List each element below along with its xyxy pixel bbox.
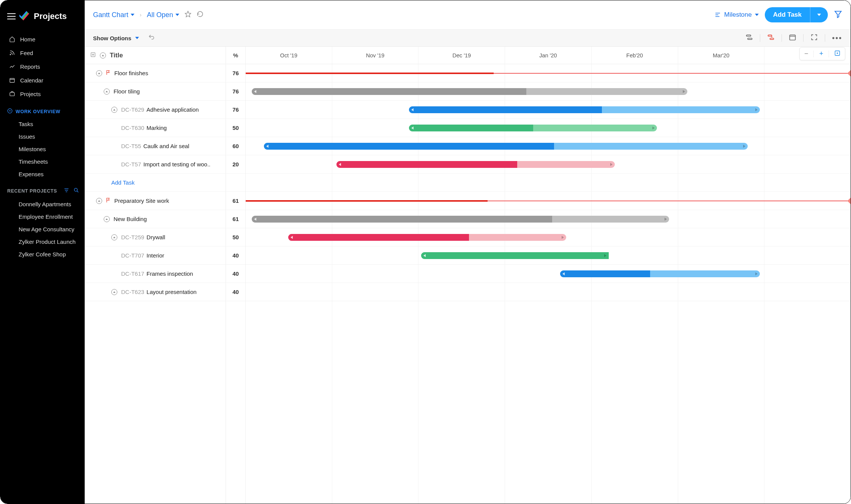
collapse-icon[interactable] (96, 70, 102, 76)
breadcrumb-separator: › (140, 12, 142, 18)
today-icon[interactable] (789, 33, 796, 43)
collapse-icon[interactable] (104, 216, 110, 222)
bar-handle-left[interactable] (411, 108, 414, 111)
gantt-bar[interactable] (560, 270, 760, 277)
bar-handle-right[interactable] (610, 163, 613, 166)
gantt-bar[interactable] (288, 234, 567, 241)
view-label: Gantt Chart (93, 11, 128, 19)
filter-icon[interactable] (834, 10, 842, 20)
zoom-out-button[interactable]: − (804, 50, 808, 58)
gantt-bar[interactable] (409, 125, 657, 131)
bar-handle-left[interactable] (266, 145, 268, 148)
hamburger-icon[interactable] (7, 13, 16, 19)
task-row[interactable]: New Building (85, 210, 226, 228)
bar-handle-left[interactable] (291, 236, 293, 239)
milestone-bar[interactable] (246, 201, 851, 201)
task-row[interactable]: DC-T55Caulk and Air seal (85, 137, 226, 155)
recent-project-item[interactable]: Zylker Cofee Shop (0, 248, 85, 261)
more-options-icon[interactable]: ••• (832, 34, 842, 43)
collapse-icon[interactable] (96, 198, 102, 204)
nav-timesheets[interactable]: Timesheets (0, 155, 85, 168)
add-task-inline[interactable]: Add Task (111, 179, 134, 186)
add-task-button[interactable]: Add Task (765, 7, 828, 22)
task-row[interactable]: DC-T57Import and testing of woo.. (85, 155, 226, 174)
task-row[interactable]: DC-T617Frames inspection (85, 265, 226, 283)
task-row[interactable]: Preparatory Site work (85, 192, 226, 210)
svg-point-4 (8, 109, 12, 113)
nav-projects[interactable]: Projects (0, 87, 85, 101)
collapse-icon[interactable] (111, 107, 117, 113)
zoom-fit-button[interactable] (834, 50, 840, 58)
gantt-bar[interactable] (252, 216, 669, 223)
recent-filter-icon[interactable] (63, 187, 69, 195)
task-row[interactable]: DC-T707Interior (85, 246, 226, 265)
reload-icon[interactable] (197, 11, 204, 19)
recent-project-item[interactable]: Donnelly Apartments (0, 198, 85, 210)
nav-feed[interactable]: Feed (0, 46, 85, 60)
add-column-icon[interactable] (90, 52, 96, 59)
fullscreen-icon[interactable] (810, 33, 818, 43)
nav-expenses[interactable]: Expenses (0, 168, 85, 180)
task-row[interactable]: Floor tiling (85, 82, 226, 101)
bar-handle-right[interactable] (652, 126, 655, 130)
gantt-bar[interactable] (264, 143, 748, 150)
gantt-bar[interactable] (409, 106, 760, 113)
bar-handle-right[interactable] (665, 218, 667, 221)
collapse-icon[interactable] (104, 88, 110, 95)
bar-handle-right[interactable] (743, 145, 745, 148)
bar-handle-left[interactable] (339, 163, 341, 166)
favorite-icon[interactable] (185, 11, 191, 19)
show-options-label: Show Options (93, 35, 131, 41)
bar-handle-left[interactable] (423, 254, 426, 257)
zoom-in-button[interactable]: + (819, 50, 823, 58)
recent-project-item[interactable]: Employee Enrollment (0, 210, 85, 223)
recent-project-item[interactable]: Zylker Product Launch (0, 235, 85, 248)
recent-search-icon[interactable] (73, 187, 79, 195)
task-row[interactable]: Add Task (85, 174, 226, 192)
bar-handle-right[interactable] (562, 236, 564, 239)
gantt-bar[interactable] (252, 88, 687, 95)
task-row[interactable]: DC-T623Layout presentation (85, 283, 226, 301)
undo-icon[interactable] (148, 34, 155, 42)
critical-path-icon[interactable] (767, 33, 775, 43)
nav-issues[interactable]: Issues (0, 130, 85, 143)
show-options-toggle[interactable]: Show Options (93, 35, 139, 41)
work-overview-header[interactable]: WORK OVERVIEW (0, 102, 85, 118)
bar-handle-right[interactable] (683, 90, 685, 93)
bar-handle-left[interactable] (254, 218, 256, 221)
chart-row (246, 155, 851, 174)
task-row[interactable]: DC-T630Marking (85, 119, 226, 137)
bar-handle-left[interactable] (254, 90, 256, 93)
task-row[interactable]: DC-T629Adhesive application (85, 101, 226, 119)
row-label: New Building (114, 216, 147, 222)
milestone-bar[interactable] (246, 73, 851, 74)
bar-handle-right[interactable] (604, 254, 606, 257)
chart-column[interactable]: Oct '19Nov '19Dec '19Jan '20Feb'20Mar'20… (246, 47, 851, 504)
view-selector[interactable]: Gantt Chart (93, 11, 134, 19)
bar-handle-right[interactable] (755, 108, 758, 111)
separator (803, 34, 804, 42)
nav-calendar[interactable]: Calendar (0, 73, 85, 87)
recent-project-item[interactable]: New Age Consultancy (0, 223, 85, 235)
dependency-view-icon[interactable] (745, 33, 753, 43)
gantt-bar[interactable] (336, 161, 615, 168)
filter-selector[interactable]: All Open (147, 11, 179, 19)
collapse-icon[interactable] (111, 289, 117, 295)
nav-milestones[interactable]: Milestones (0, 143, 85, 155)
nav-reports[interactable]: Reports (0, 60, 85, 73)
collapse-icon[interactable] (111, 234, 117, 240)
add-task-split[interactable] (810, 7, 828, 22)
collapse-all-icon[interactable] (100, 52, 106, 58)
task-row[interactable]: Floor finishes (85, 64, 226, 82)
nav-tasks[interactable]: Tasks (0, 118, 85, 130)
bar-handle-right[interactable] (755, 272, 758, 275)
bar-handle-left[interactable] (411, 126, 414, 130)
task-row[interactable]: DC-T259Drywall (85, 228, 226, 246)
groupby-selector[interactable]: Milestone (714, 11, 759, 19)
nav-home[interactable]: Home (0, 32, 85, 46)
bar-handle-left[interactable] (562, 272, 565, 275)
row-label: Frames inspection (147, 270, 193, 277)
gantt-bar[interactable] (421, 252, 609, 259)
chart-row (246, 265, 851, 283)
separator (760, 34, 760, 42)
